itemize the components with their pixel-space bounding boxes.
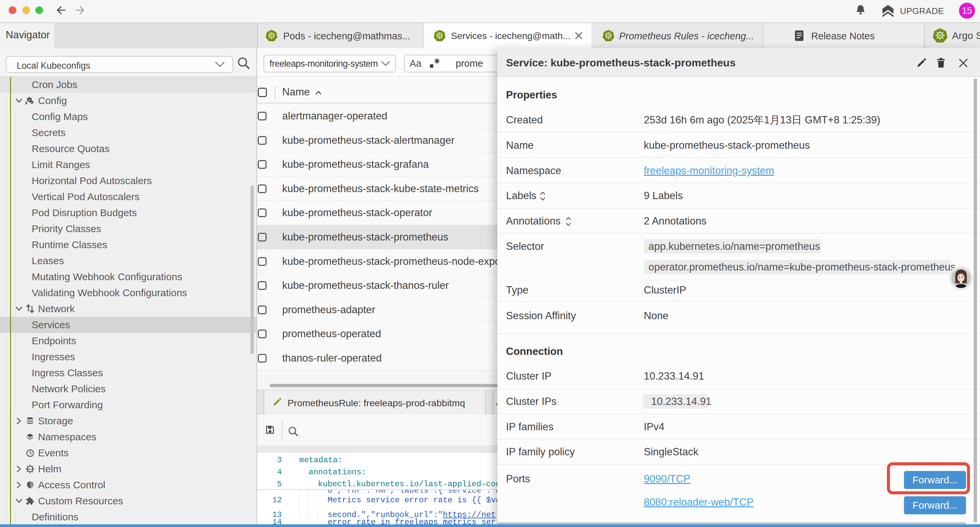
svg-text:HELM: HELM (26, 468, 33, 471)
